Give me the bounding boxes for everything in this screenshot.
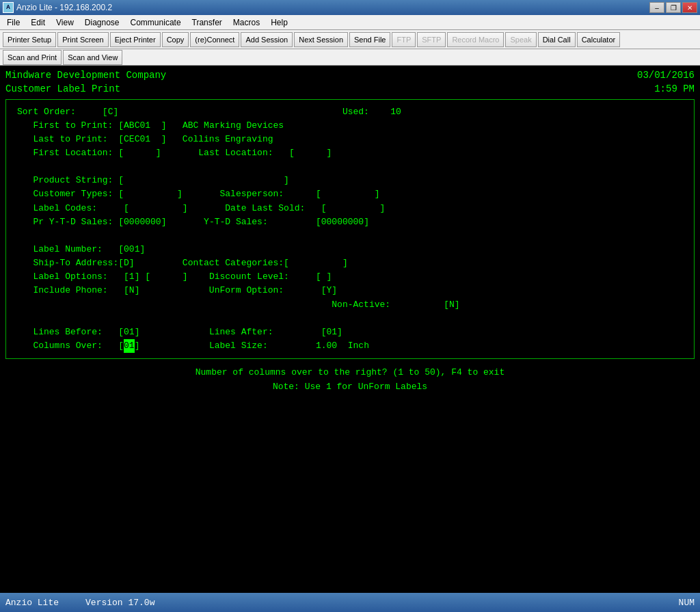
last-to-print-row: Last to Print: [CEC01 ] Collins Engravin…	[17, 133, 683, 146]
unform-option-label: UnForm Option:	[209, 285, 284, 295]
calculator-button[interactable]: Calculator	[577, 32, 621, 47]
menu-transfer[interactable]: Transfer	[187, 15, 228, 29]
title-bar-left: A Anzio Lite - 192.168.200.2	[3, 2, 112, 13]
company-name: Mindware Development Company	[5, 68, 166, 82]
eject-printer-button[interactable]: Eject Printer	[110, 32, 161, 47]
ship-to-label: Ship-To Address:	[33, 258, 118, 268]
record-macro-button[interactable]: Record Macro	[447, 32, 504, 47]
window-title: Anzio Lite - 192.168.200.2	[16, 3, 112, 12]
menu-communicate[interactable]: Communicate	[125, 15, 187, 29]
ytd-sales-row: Pr Y-T-D Sales: [0000000] Y-T-D Sales: […	[17, 215, 683, 229]
print-screen-button[interactable]: Print Screen	[57, 32, 109, 47]
columns-over-label: Columns Over:	[33, 341, 102, 351]
label-options-row: Label Options: [1] [ ] Discount Level: […	[17, 270, 683, 284]
first-to-print-label: First to Print:	[33, 120, 113, 131]
next-session-button[interactable]: Next Session	[294, 32, 348, 47]
spacer-row3	[17, 312, 683, 325]
current-date: 03/01/2016	[637, 68, 695, 82]
ship-to-row: Ship-To Address:[D] Contact Categories:[…	[17, 256, 683, 270]
pr-ytd-sales-label: Pr Y-T-D Sales:	[33, 217, 113, 227]
used-label: Used:	[342, 107, 369, 117]
status-bar: Anzio Lite Version 17.0w NUM	[0, 593, 700, 612]
columns-over-row: Columns Over: [01] Label Size: 1.00 Inch	[17, 339, 683, 353]
speak-button[interactable]: Speak	[505, 32, 536, 47]
sort-order-value: [C]	[103, 107, 118, 117]
status-area: Number of columns over to the right? (1 …	[5, 362, 695, 397]
title-buttons: – ❐ ✕	[649, 2, 697, 13]
pr-ytd-sales-value: [0000000]	[118, 217, 166, 227]
label-options-label: Label Options:	[33, 271, 107, 282]
terminal-area: Mindware Development Company 03/01/2016 …	[0, 66, 700, 593]
send-file-button[interactable]: Send File	[349, 32, 390, 47]
label-options-value2: [ ]	[145, 271, 187, 282]
first-to-print-name: ABC Marking Devices	[183, 120, 284, 131]
close-button[interactable]: ✕	[682, 2, 697, 13]
label-codes-row: Label Codes: [ ] Date Last Sold: [ ]	[17, 202, 683, 215]
product-string-value: [ ]	[118, 175, 289, 185]
ftp-button[interactable]: FTP	[392, 32, 416, 47]
menu-edit[interactable]: Edit	[25, 15, 51, 29]
statusbar-right: NUM	[679, 598, 695, 608]
unform-option-value: [Y]	[321, 285, 337, 295]
statusbar-app: Anzio Lite	[5, 598, 59, 608]
label-codes-label: Label Codes:	[33, 203, 97, 213]
reconnect-button[interactable]: (re)Connect	[190, 32, 239, 47]
sort-order-row: Sort Order: [C] Used: 10	[17, 105, 683, 119]
non-active-value: [N]	[444, 300, 459, 310]
scan-and-view-button[interactable]: Scan and View	[63, 50, 122, 65]
status-line2: Note: Use 1 for UnForm Labels	[5, 380, 695, 395]
salesperson-label: Salesperson:	[219, 189, 284, 199]
menu-macros[interactable]: Macros	[228, 15, 265, 29]
menu-view[interactable]: View	[51, 15, 79, 29]
include-phone-value: [N]	[124, 285, 139, 295]
statusbar-version: Version 17.0w	[85, 598, 154, 608]
header-line2: Customer Label Print 1:59 PM	[5, 82, 695, 96]
menu-help[interactable]: Help	[265, 15, 293, 29]
statusbar-app-info: Anzio Lite Version 17.0w	[5, 598, 154, 608]
label-size-value: 1.00	[316, 341, 337, 351]
screen-title: Customer Label Print	[5, 82, 120, 96]
scan-and-print-button[interactable]: Scan and Print	[3, 50, 62, 65]
label-number-row: Label Number: [001]	[17, 243, 683, 256]
first-location-label: First Location:	[33, 148, 113, 158]
columns-over-value: [01]	[118, 341, 139, 351]
customer-types-row: Customer Types: [ ] Salesperson: [ ]	[17, 187, 683, 201]
terminal-screen: Mindware Development Company 03/01/2016 …	[0, 66, 700, 593]
first-location-value: [ ]	[118, 148, 161, 158]
menu-diagnose[interactable]: Diagnose	[79, 15, 125, 29]
location-row: First Location: [ ] Last Location: [ ]	[17, 146, 683, 160]
label-size-unit: Inch	[348, 341, 369, 351]
customer-types-value: [ ]	[118, 189, 183, 199]
first-to-print-value: [ABC01 ]	[118, 120, 166, 131]
include-phone-label: Include Phone:	[33, 285, 107, 295]
copy-button[interactable]: Copy	[162, 32, 189, 47]
lines-after-label: Lines After:	[209, 327, 273, 337]
restore-button[interactable]: ❐	[666, 2, 681, 13]
minimize-button[interactable]: –	[649, 2, 664, 13]
last-to-print-value: [CEC01 ]	[118, 134, 166, 144]
non-active-label: Non-Active:	[332, 300, 390, 310]
last-location-label: Last Location:	[198, 148, 273, 158]
label-size-label: Label Size:	[209, 341, 268, 351]
menu-bar: File Edit View Diagnose Communicate Tran…	[0, 15, 700, 30]
sftp-button[interactable]: SFTP	[417, 32, 446, 47]
app-icon: A	[3, 2, 14, 13]
spacer-row2	[17, 229, 683, 243]
label-codes-value: [ ]	[124, 203, 188, 213]
add-session-button[interactable]: Add Session	[241, 32, 293, 47]
ytd-sales-label: Y-T-D Sales:	[204, 217, 268, 227]
lines-before-value: [01]	[118, 327, 139, 337]
discount-level-value: [ ]	[316, 271, 332, 282]
form-content-box: Sort Order: [C] Used: 10 First to Print:…	[5, 99, 695, 360]
label-number-label: Label Number:	[33, 244, 102, 254]
menu-file[interactable]: File	[1, 15, 25, 29]
spacer-row1	[17, 160, 683, 174]
current-time: 1:59 PM	[654, 82, 695, 96]
contact-categories-value: [ ]	[284, 258, 348, 268]
product-string-row: Product String: [ ]	[17, 174, 683, 187]
salesperson-value: [ ]	[316, 189, 380, 199]
dial-call-button[interactable]: Dial Call	[538, 32, 576, 47]
label-options-value1: [1]	[124, 271, 139, 282]
printer-setup-button[interactable]: Printer Setup	[3, 32, 56, 47]
last-location-value: [ ]	[289, 148, 332, 158]
